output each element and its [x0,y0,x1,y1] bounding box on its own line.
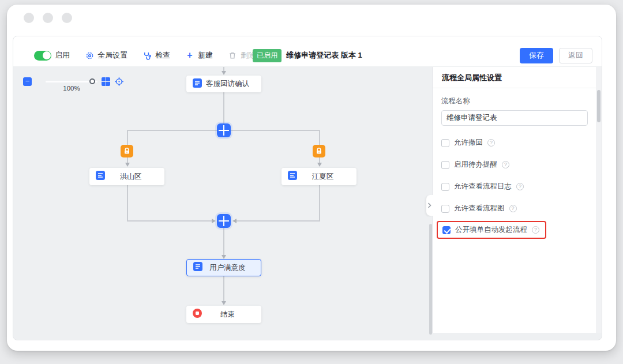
node-label: 用户满意度 [202,263,253,273]
checkbox[interactable] [441,139,449,147]
connector [127,220,212,222]
locate-icon[interactable] [114,77,124,89]
node-branch-hongshan[interactable]: 洪山区 [89,168,164,185]
highlight-annotation: 公开填单自动发起流程 ? [437,221,546,239]
enable-toggle[interactable] [34,51,51,61]
node-label: 客服回访确认 [202,79,253,89]
help-icon[interactable]: ? [502,161,509,168]
window-minimize-button[interactable] [43,13,53,23]
form-icon [96,171,105,182]
checkbox[interactable] [441,183,449,191]
trash-icon [228,51,237,60]
arrowhead [222,255,226,259]
properties-panel: 流程全局属性设置 流程名称 允许撤回 ? 启用待办提醒 ? [432,67,602,333]
help-icon[interactable]: ? [509,205,517,212]
node-label: 江夏区 [297,172,348,182]
end-icon [193,309,202,320]
connector [236,220,320,222]
option-view-flowchart[interactable]: 允许查看流程图 ? [441,204,588,213]
app-window: 启用 全局设置 检查 + 新建 [7,5,616,351]
option-view-flow-log[interactable]: 允许查看流程日志 ? [441,182,588,192]
form-icon [193,78,202,90]
panel-collapse-handle[interactable] [426,195,433,216]
checkbox[interactable] [442,226,451,234]
zoom-slider-handle[interactable] [89,78,95,84]
panel-title: 流程全局属性设置 [433,67,602,88]
arrowhead [232,219,237,223]
node-branch-jiangxia[interactable]: 江夏区 [282,168,356,185]
main-area: − 100% [13,67,602,340]
connector [319,185,320,222]
option-todo-reminder[interactable]: 启用待办提醒 ? [441,160,588,170]
node-user-satisfaction[interactable]: 用户满意度 [186,259,261,276]
enable-toggle-item[interactable]: 启用 [34,50,70,61]
toolbar: 启用 全局设置 检查 + 新建 [13,36,602,67]
node-end[interactable]: 结束 [186,306,261,323]
fit-view-icon[interactable] [102,77,110,86]
help-icon[interactable]: ? [532,226,539,234]
save-button[interactable]: 保存 [520,48,553,63]
option-allow-withdraw[interactable]: 允许撤回 ? [441,138,588,148]
arrowhead [222,71,226,75]
option-label: 公开填单自动发起流程 [455,225,527,235]
panel-scrollbar-thumb[interactable] [597,90,601,122]
gear-icon [85,51,94,60]
chevron-right-icon [427,202,431,208]
zoom-out-button[interactable]: − [23,77,32,86]
global-settings-button[interactable]: 全局设置 [85,50,127,61]
flow-name-input[interactable] [441,110,588,126]
help-icon[interactable]: ? [516,183,524,190]
arrowhead [125,163,130,167]
enable-label: 启用 [55,50,70,61]
stethoscope-icon [142,51,152,60]
connector [223,228,224,256]
window-controls [24,13,72,23]
arrowhead [222,301,226,305]
connector [223,92,224,123]
option-label: 启用待办提醒 [454,160,497,170]
flow-name-label: 流程名称 [441,96,588,106]
back-button[interactable]: 返回 [559,48,592,63]
option-public-form-auto-start[interactable]: 公开填单自动发起流程 ? [442,225,539,235]
flow-designer: 启用 全局设置 检查 + 新建 [13,36,602,340]
node-label: 洪山区 [105,172,156,182]
global-settings-label: 全局设置 [97,50,127,61]
zoom-controls: − 100% [21,75,125,95]
form-icon [193,262,202,273]
node-customer-callback[interactable]: 客服回访确认 [186,76,261,92]
panel-scrollbar-track[interactable] [596,67,602,333]
option-label: 允许查看流程日志 [454,182,512,192]
option-label: 允许撤回 [454,138,483,148]
form-icon [288,171,297,182]
arrowhead [212,219,216,223]
merge-branch-node[interactable] [217,214,231,228]
zoom-level: 100% [46,85,97,92]
checkbox[interactable] [441,161,449,169]
status-badge: 已启用 [253,49,282,62]
node-label: 结束 [202,310,253,320]
window-maximize-button[interactable] [62,13,72,23]
lock-icon [313,145,325,157]
delete-button[interactable]: 删除 [228,50,256,61]
help-icon[interactable]: ? [487,139,495,147]
window-close-button[interactable] [24,13,34,23]
plus-icon: + [185,51,194,60]
new-button[interactable]: + 新建 [185,50,213,61]
check-button[interactable]: 检查 [142,50,170,61]
flow-canvas[interactable]: − 100% [13,67,433,340]
new-label: 新建 [198,50,213,61]
lock-icon [121,145,133,157]
option-label: 允许查看流程图 [454,204,505,213]
connector [223,276,224,302]
add-branch-node[interactable] [217,123,231,137]
arrowhead [317,163,322,167]
flow-title: 维修申请登记表 版本 1 [286,50,362,61]
check-label: 检查 [155,50,170,61]
connector [127,185,128,222]
checkbox[interactable] [441,205,449,213]
